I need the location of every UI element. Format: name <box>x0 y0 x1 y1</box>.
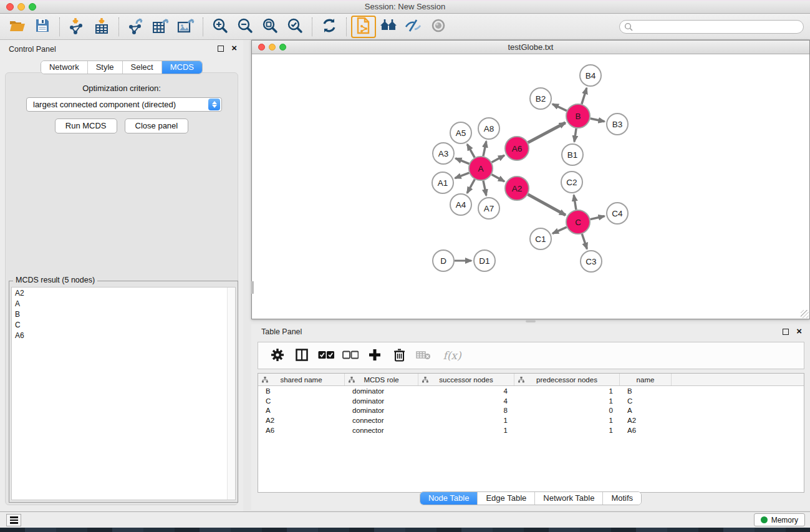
edge-A-A7[interactable] <box>483 181 486 196</box>
edge-C-C2[interactable] <box>574 195 576 210</box>
show-columns-button[interactable] <box>292 346 311 365</box>
run-mcds-button[interactable]: Run MCDS <box>55 118 117 133</box>
scrollbar-track[interactable] <box>227 288 235 500</box>
memory-button[interactable]: Memory <box>754 513 805 526</box>
table-cell[interactable]: A6 <box>258 427 345 434</box>
add-column-button[interactable] <box>365 346 384 365</box>
table-cell[interactable]: connector <box>345 427 418 434</box>
table-cell[interactable]: B <box>620 387 672 395</box>
table-cell[interactable]: 1 <box>418 417 514 424</box>
tab-network-table[interactable]: Network Table <box>534 492 602 505</box>
table-cell[interactable]: 4 <box>418 387 514 395</box>
select-all-button[interactable] <box>317 346 335 365</box>
zoom-selected-button[interactable] <box>282 16 307 37</box>
search-input[interactable] <box>619 20 804 34</box>
tab-network[interactable]: Network <box>41 61 87 74</box>
table-cell[interactable]: A <box>258 407 345 414</box>
close-panel-button[interactable]: Close panel <box>125 118 189 133</box>
tab-select[interactable]: Select <box>122 61 162 74</box>
task-history-button[interactable] <box>6 514 21 526</box>
float-panel-icon[interactable] <box>783 329 789 335</box>
close-panel-icon[interactable]: × <box>796 326 802 337</box>
table-row[interactable]: Cdominator41C <box>258 396 804 406</box>
edge-A-A4[interactable] <box>467 180 475 193</box>
table-cell[interactable]: 1 <box>514 387 620 395</box>
table-settings-button[interactable] <box>268 346 287 365</box>
edge-A-A3[interactable] <box>455 158 469 164</box>
import-table-button[interactable] <box>89 16 114 37</box>
mcds-result-item[interactable]: C <box>12 319 235 330</box>
tab-edge-table[interactable]: Edge Table <box>477 492 534 505</box>
table-cell[interactable]: 1 <box>514 427 620 434</box>
table-cell[interactable]: connector <box>345 417 418 424</box>
column-header-successor-nodes[interactable]: successor nodes <box>418 374 514 385</box>
network-window-titlebar[interactable]: testGlobe.txt <box>252 41 809 54</box>
optimization-criterion-select[interactable]: largest connected component (directed) <box>26 97 222 112</box>
mcds-result-item[interactable]: A6 <box>12 330 235 341</box>
refresh-layout-button[interactable] <box>317 16 342 37</box>
deselect-all-button[interactable] <box>341 346 360 365</box>
edge-A-A8[interactable] <box>483 142 486 157</box>
hide-panels-button[interactable] <box>401 16 426 37</box>
export-network-button[interactable] <box>123 16 148 37</box>
table-cell[interactable]: 1 <box>514 417 620 424</box>
mcds-result-item[interactable]: A <box>12 298 235 309</box>
edge-B-B3[interactable] <box>591 118 605 122</box>
table-cell[interactable]: B <box>258 387 345 395</box>
export-table-button[interactable] <box>148 16 173 37</box>
function-builder-button[interactable]: f(x) <box>438 346 466 365</box>
network-canvas[interactable]: B4B2BB3A8A5A6A3B1AA1C2A2A4A7C4CC1C3DD1 <box>252 54 809 319</box>
table-cell[interactable]: dominator <box>345 407 418 414</box>
import-network-button[interactable] <box>64 16 89 37</box>
table-cell[interactable]: C <box>620 397 672 405</box>
edge-C-C3[interactable] <box>582 234 587 249</box>
edge-A-A1[interactable] <box>455 173 470 178</box>
zoom-out-button[interactable] <box>233 16 258 37</box>
table-cell[interactable]: 0 <box>514 407 620 414</box>
edge-C-C1[interactable] <box>552 227 567 233</box>
table-cell[interactable]: A2 <box>620 417 672 424</box>
table-cell[interactable]: 1 <box>514 397 620 405</box>
tab-mcds[interactable]: MCDS <box>162 61 202 74</box>
edge-A-A5[interactable] <box>467 144 475 157</box>
edge-B-B1[interactable] <box>574 128 576 142</box>
show-panels-button[interactable] <box>426 16 451 37</box>
column-header-MCDS-role[interactable]: MCDS role <box>345 374 418 385</box>
delete-table-button[interactable] <box>414 346 433 365</box>
column-header-shared-name[interactable]: shared name <box>258 374 345 385</box>
table-cell[interactable]: A6 <box>620 427 672 434</box>
edge-A-A6[interactable] <box>492 155 504 162</box>
edge-B-B2[interactable] <box>552 104 567 111</box>
table-cell[interactable]: 1 <box>418 427 514 434</box>
column-header-predecessor-nodes[interactable]: predecessor nodes <box>514 374 620 385</box>
tab-style[interactable]: Style <box>87 61 122 74</box>
save-session-button[interactable] <box>30 16 55 37</box>
resize-grip[interactable] <box>801 310 809 318</box>
table-cell[interactable]: dominator <box>345 397 418 405</box>
table-row[interactable]: Adominator80A <box>258 406 804 416</box>
table-row[interactable]: A2connector11A2 <box>258 415 804 425</box>
column-header-name[interactable]: name <box>620 374 672 385</box>
table-cell[interactable]: 4 <box>418 397 514 405</box>
edge-A2-C[interactable] <box>528 195 566 215</box>
mcds-result-item[interactable]: A2 <box>12 288 235 298</box>
table-cell[interactable]: A2 <box>258 417 345 424</box>
close-panel-icon[interactable]: × <box>231 42 237 54</box>
network-overview-button[interactable] <box>351 16 376 38</box>
float-panel-icon[interactable] <box>218 46 224 52</box>
edge-B-B4[interactable] <box>582 88 587 104</box>
home-button[interactable] <box>376 16 401 37</box>
table-row[interactable]: A6connector11A6 <box>258 425 804 435</box>
edge-C-C4[interactable] <box>591 216 605 220</box>
delete-column-button[interactable] <box>390 346 408 365</box>
mcds-result-list[interactable]: A2ABCA6 <box>11 287 236 500</box>
edge-A6-B[interactable] <box>528 123 566 143</box>
zoom-in-button[interactable] <box>208 16 233 37</box>
table-cell[interactable]: dominator <box>345 387 418 395</box>
splitter-handle[interactable] <box>526 320 536 322</box>
tab-motifs[interactable]: Motifs <box>602 492 641 505</box>
scrollbar-thumb[interactable] <box>251 281 254 294</box>
edge-A-A2[interactable] <box>492 175 504 181</box>
open-session-button[interactable] <box>5 16 30 37</box>
table-cell[interactable]: A <box>620 407 672 414</box>
